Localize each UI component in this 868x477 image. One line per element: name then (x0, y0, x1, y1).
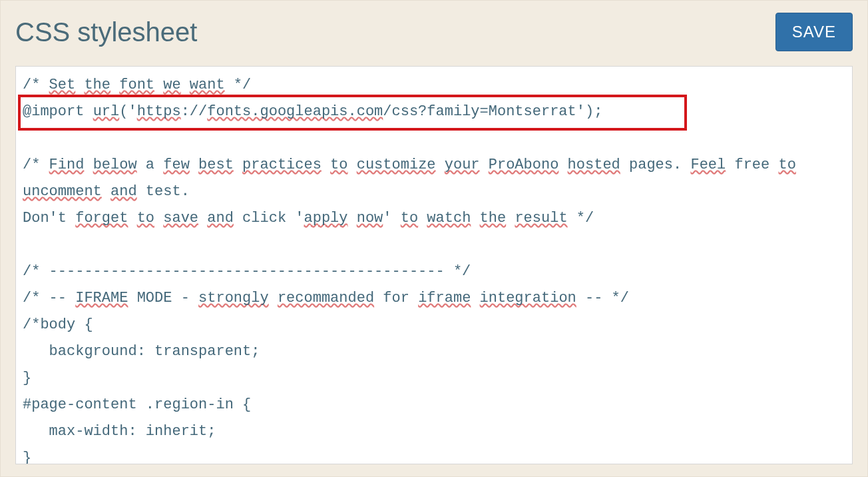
editor-container: /* Set the font we want */ @import url('… (15, 66, 853, 464)
panel-header: CSS stylesheet SAVE (1, 1, 867, 66)
css-stylesheet-panel: CSS stylesheet SAVE /* Set the font we w… (0, 0, 868, 477)
save-button[interactable]: SAVE (775, 13, 853, 51)
css-code-editor[interactable]: /* Set the font we want */ @import url('… (16, 67, 852, 464)
panel-title: CSS stylesheet (15, 17, 197, 47)
